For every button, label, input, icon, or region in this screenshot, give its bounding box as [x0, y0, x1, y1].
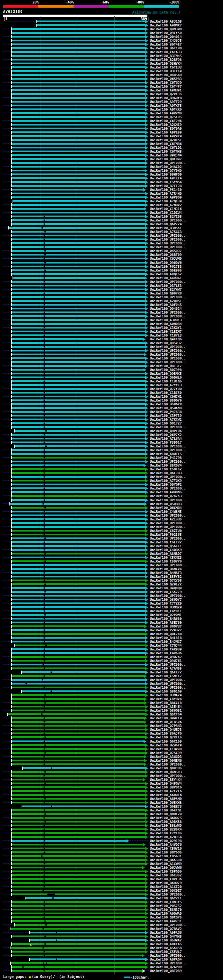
hit-label[interactable]: UniRef100_C1MJ16 [150, 207, 182, 211]
hit-label[interactable]: UniRef100_UPI000.. [150, 514, 186, 517]
hit-label[interactable]: UniRef100_B5X0V4 [150, 463, 182, 467]
hit-label[interactable]: UniRef100_A9PE99 [150, 130, 182, 134]
hit-label[interactable]: UniRef100_Q9C0Z7 [150, 889, 182, 892]
hit-label[interactable]: UniRef100_C5DYP0 [150, 559, 182, 563]
hit-label[interactable]: UniRef100_C7YI05 [150, 831, 182, 835]
hit-label[interactable]: UniRef100_A9TKT4 [150, 176, 182, 180]
hit-label[interactable]: UniRef100_Q5E995 [150, 268, 182, 272]
hit-label[interactable]: UniRef100_UPI000.. [150, 475, 186, 479]
hit-label[interactable]: UniRef100_B0DPB7 [150, 624, 182, 628]
hit-label[interactable]: UniRef100_O04014 [150, 35, 182, 38]
hit-label[interactable]: UniRef100_C4YHV4 [150, 697, 182, 701]
hit-label[interactable]: UniRef100_Q4YNH5 [150, 934, 182, 938]
hit-label[interactable]: UniRef100_A7L6A4 [150, 437, 182, 441]
hit-label[interactable]: UniRef100_P51430 [150, 188, 182, 192]
hit-label[interactable]: UniRef100_UPI000.. [150, 678, 186, 682]
hit-label[interactable]: UniRef100_B5DGY8 [150, 402, 182, 406]
hit-label[interactable]: UniRef100_UPI000.. [150, 245, 186, 249]
hit-label[interactable]: UniRef100_B4MAT3 [150, 571, 182, 575]
hit-label[interactable]: UniRef100_UPI000.. [150, 237, 186, 241]
hit-label[interactable]: UniRef100_B3MAZ4 [150, 693, 182, 697]
hit-label[interactable]: UniRef100_B8N370 [150, 908, 182, 912]
hit-label[interactable]: UniRef100_Q96DV6 [150, 261, 182, 264]
hit-label[interactable]: UniRef100_UPI000.. [150, 686, 186, 689]
hit-label[interactable]: UniRef100_B8CCL8 [150, 701, 182, 705]
hit-label[interactable]: UniRef100_P41798 [150, 456, 182, 460]
hit-label[interactable]: UniRef100_C6T2H6 [150, 119, 182, 123]
hit-label[interactable]: UniRef100_A1CWN9 [150, 862, 182, 865]
hit-label[interactable]: UniRef100_C0NJY5 [150, 900, 182, 904]
hit-label[interactable]: UniRef100_B0Z9P8 [150, 368, 182, 372]
hit-label[interactable]: UniRef100_C7GJ44 [150, 643, 182, 647]
hit-label[interactable]: UniRef100_Q74ZK3 [150, 494, 182, 498]
hit-label[interactable]: UniRef100_A8J1G8 [150, 19, 182, 23]
hit-label[interactable]: UniRef100_UPI000.. [150, 345, 186, 349]
hit-label[interactable]: UniRef100_Q9U761 [150, 659, 182, 663]
hit-label[interactable]: UniRef100_C4R9B9 [150, 647, 182, 651]
hit-label[interactable]: UniRef100_C4WSM5 [150, 510, 182, 514]
hit-label[interactable]: UniRef100_A6RU16 [150, 793, 182, 797]
hit-label[interactable]: UniRef100_Q8LH97 [150, 157, 182, 161]
hit-label[interactable]: UniRef100_A0MQ84 [150, 322, 182, 326]
hit-label[interactable]: UniRef100_B5DGY9 [150, 398, 182, 402]
hit-label[interactable]: UniRef100_UPI000.. [150, 563, 186, 567]
hit-label[interactable]: UniRef100_A9NU91 [150, 88, 182, 92]
hit-label[interactable]: UniRef100_Q7SC99 [150, 751, 182, 755]
hit-label[interactable]: UniRef100_Q9FYS0 [150, 31, 182, 35]
hit-label[interactable]: UniRef100_Q08JU5 [150, 766, 182, 770]
hit-label[interactable]: UniRef100_A3GGD3 [150, 755, 182, 759]
hit-label[interactable]: UniRef100_C4QBK9 [150, 548, 182, 552]
hit-label[interactable]: UniRef100_C5GV16 [150, 846, 182, 850]
hit-label[interactable]: UniRef100_C7TZZ9 [150, 601, 182, 605]
hit-label[interactable]: UniRef100_A7R4H9 [150, 192, 182, 196]
hit-label[interactable]: UniRef100_Q7ZYU0 [150, 387, 182, 391]
hit-label[interactable]: UniRef100_B6KTQ1 [150, 808, 182, 812]
hit-label[interactable]: UniRef100_A6QWA9 [150, 912, 182, 915]
hit-label[interactable]: UniRef100_O48549 [150, 73, 182, 77]
hit-label[interactable]: UniRef100_Q6BXH8 [150, 800, 182, 805]
hit-label[interactable]: UniRef100_B5U9A2 [150, 938, 182, 942]
hit-label[interactable]: UniRef100_C5K7Z9 [150, 590, 182, 594]
hit-label[interactable]: UniRef100_Q4UEJ3 [150, 728, 182, 732]
hit-label[interactable]: UniRef100_C4J6J5 [150, 38, 182, 42]
hit-label[interactable]: UniRef100_Q2PQM1 [150, 613, 182, 617]
hit-label[interactable]: UniRef100_C6TMR6 [150, 142, 182, 146]
hit-label[interactable]: UniRef100_C6JUM9 [150, 256, 182, 260]
hit-label[interactable]: UniRef100_Q4N503 [150, 770, 182, 774]
hit-label[interactable]: UniRef100_Q6JWW6 [150, 865, 182, 869]
hit-label[interactable]: UniRef100_UPI000.. [150, 353, 186, 356]
hit-label[interactable]: UniRef100_B0Y6D5 [150, 850, 182, 854]
hit-label[interactable]: UniRef100_C1BIS0 [150, 391, 182, 395]
hit-label[interactable]: UniRef100_A4VD76 [150, 843, 182, 846]
hit-label[interactable]: UniRef100_C1DZU4 [150, 211, 182, 215]
hit-label[interactable]: UniRef100_A9RVN0 [150, 111, 182, 115]
hit-label[interactable]: UniRef100_Q4PGV4 [150, 781, 182, 785]
hit-label[interactable]: UniRef100_A8PSM0 [150, 797, 182, 800]
hit-label[interactable]: UniRef100_A8UEI5 [150, 452, 182, 456]
hit-label[interactable]: UniRef100_UPI000.. [150, 486, 186, 490]
hit-label[interactable]: UniRef100_Q75LR5 [150, 115, 182, 119]
hit-label[interactable]: UniRef100_O01727 [150, 422, 182, 425]
hit-label[interactable]: UniRef100_Q8T317 [150, 364, 182, 368]
hit-label[interactable]: UniRef100_A3E4E4 [150, 705, 182, 708]
hit-label[interactable]: UniRef100_Q6EE73 [150, 805, 182, 808]
hit-label[interactable]: UniRef100_UPI000.. [150, 444, 186, 448]
hit-label[interactable]: UniRef100_B6T4E7 [150, 42, 182, 46]
hit-label[interactable]: UniRef100_A8XIA5 [150, 942, 182, 946]
hit-label[interactable]: UniRef100_UPI000.. [150, 961, 186, 965]
hit-label[interactable]: UniRef100_A1CI20 [150, 885, 182, 889]
hit-label[interactable]: UniRef100_Q90YR8 [150, 291, 182, 295]
hit-label[interactable]: UniRef100_Q6DHL6 [150, 375, 182, 379]
hit-label[interactable]: UniRef100_A2I3U5 [150, 517, 182, 521]
hit-label[interactable]: UniRef100_B2W6Y9 [150, 743, 182, 747]
hit-label[interactable]: UniRef100_A7KCW2 [150, 417, 182, 422]
hit-label[interactable]: UniRef100_B4L818 [150, 636, 182, 640]
hit-label[interactable]: UniRef100_Q7RAV2 [150, 927, 182, 931]
hit-label[interactable]: UniRef100_Q6CM04 [150, 506, 182, 510]
hit-label[interactable]: UniRef100_Q2VCJ5 [150, 92, 182, 96]
hit-label[interactable]: UniRef100_A2QJ54 [150, 835, 182, 839]
hit-label[interactable]: UniRef100_C1BYL3 [150, 333, 182, 337]
hit-label[interactable]: UniRef100_C6TLD1 [150, 146, 182, 150]
hit-label[interactable]: UniRef100_UPI000.. [150, 923, 186, 927]
hit-label[interactable]: UniRef100_UPI000.. [150, 954, 186, 958]
